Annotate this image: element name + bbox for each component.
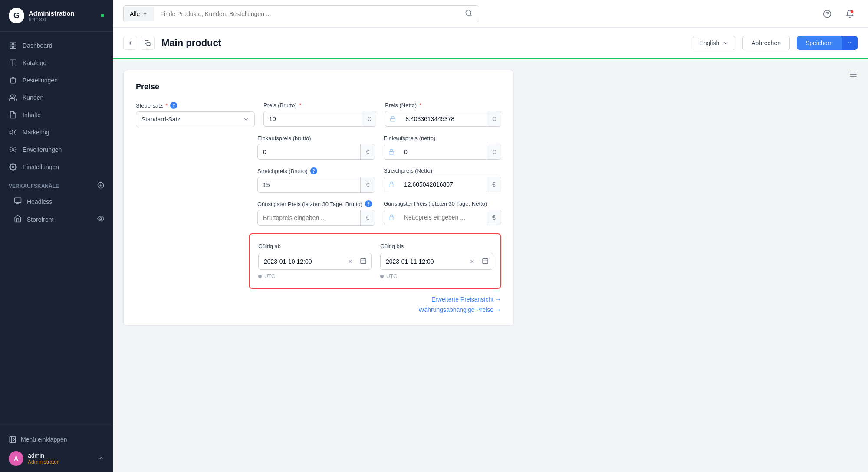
sidebar-item-marketing[interactable]: Marketing xyxy=(0,124,113,141)
catalog-icon xyxy=(9,59,17,67)
einkauf-brutto-label: Einkaufspreis (brutto) xyxy=(257,135,375,141)
sidebar-item-einstellungen[interactable]: Einstellungen xyxy=(0,158,113,176)
guenstig-netto-input[interactable] xyxy=(399,210,487,225)
gueltig-ab-label: Gültig ab xyxy=(258,243,372,249)
einkauf-netto-input[interactable] xyxy=(399,144,487,159)
save-button[interactable]: Speichern xyxy=(797,36,842,50)
date-row: Gültig ab ✕ UTC xyxy=(258,243,492,279)
waehrungsabhaengige-preise-link[interactable]: Währungsabhängige Preise → xyxy=(418,306,501,313)
svg-point-9 xyxy=(12,149,14,151)
sidebar-item-label: Erweiterungen xyxy=(23,146,62,153)
sidebar-item-label: Kataloge xyxy=(23,59,46,66)
preis-netto-input[interactable] xyxy=(400,111,487,126)
preis-netto-group: Preis (Netto) * € xyxy=(385,102,501,127)
sidebar: G Administration 6.4.18.0 Dashboard Kata… xyxy=(0,0,113,472)
steuersatz-group: Steuersatz * ? Standard-Satz xyxy=(136,102,255,127)
steuersatz-select[interactable]: Standard-Satz xyxy=(136,111,255,127)
sidebar-item-dashboard[interactable]: Dashboard xyxy=(0,37,113,54)
gueltig-bis-group: Gültig bis ✕ UTC xyxy=(380,243,493,279)
user-row[interactable]: A admin Administrator xyxy=(9,447,104,466)
streich-brutto-input[interactable] xyxy=(258,177,360,192)
user-info: admin Administrator xyxy=(28,452,59,465)
gueltig-ab-calendar-button[interactable] xyxy=(355,253,371,269)
guenstig-info-icon[interactable]: ? xyxy=(365,200,372,207)
preis-fields: Preis (Brutto) * € Preis (Netto) xyxy=(263,102,501,127)
app-logo: G xyxy=(9,8,24,23)
sidebar-item-kunden[interactable]: Kunden xyxy=(0,89,113,106)
visibility-icon[interactable] xyxy=(97,215,104,223)
gueltig-ab-input[interactable] xyxy=(259,254,345,269)
guenstig-netto-suffix: € xyxy=(487,210,501,225)
svg-rect-0 xyxy=(10,43,12,45)
collapse-menu-button[interactable]: Menü einklappen xyxy=(9,432,104,447)
save-button-group: Speichern xyxy=(797,36,858,50)
required-marker: * xyxy=(419,102,421,108)
search-input[interactable] xyxy=(154,7,459,21)
guenstig-netto-label: Günstigster Preis (letzten 30 Tage, Nett… xyxy=(384,200,501,207)
utc-dot xyxy=(380,275,384,278)
gueltig-bis-clear-button[interactable]: ✕ xyxy=(467,254,477,269)
date-highlight-box: Gültig ab ✕ UTC xyxy=(249,233,501,289)
topbar: Alle xyxy=(113,0,868,28)
user-chevron-icon xyxy=(98,455,104,462)
sidebar-item-storefront[interactable]: Storefront xyxy=(0,210,113,228)
sidebar-item-headless[interactable]: Headless xyxy=(0,193,113,210)
content-body: Preise Steuersatz * ? Standard-Satz xyxy=(113,59,868,336)
status-indicator xyxy=(101,14,104,17)
preis-brutto-input[interactable] xyxy=(264,111,362,126)
streich-info-icon[interactable]: ? xyxy=(310,167,317,174)
svg-point-24 xyxy=(851,10,854,13)
sidebar-nav: Dashboard Kataloge Bestellungen Kunden I… xyxy=(0,32,113,426)
sidebar-item-label: Dashboard xyxy=(23,42,53,49)
sidebar-item-bestellungen[interactable]: Bestellungen xyxy=(0,72,113,89)
einkauf-brutto-input[interactable] xyxy=(258,144,360,159)
sidebar-item-kataloge[interactable]: Kataloge xyxy=(0,54,113,72)
gueltig-bis-input[interactable] xyxy=(381,254,467,269)
card-title: Preise xyxy=(136,82,501,92)
dashboard-icon xyxy=(9,41,17,50)
cancel-button[interactable]: Abbrechen xyxy=(742,36,790,50)
sidebar-item-inhalte[interactable]: Inhalte xyxy=(0,106,113,124)
date-range-section: Gültig ab ✕ UTC xyxy=(136,233,501,289)
preise-card: Preise Steuersatz * ? Standard-Satz xyxy=(123,70,514,326)
preis-netto-input-wrapper: € xyxy=(385,111,501,127)
streich-netto-suffix: € xyxy=(487,177,501,192)
gueltig-bis-calendar-button[interactable] xyxy=(477,253,493,269)
sidebar-item-erweiterungen[interactable]: Erweiterungen xyxy=(0,141,113,158)
topbar-right xyxy=(819,6,858,22)
guenstig-fields: Günstigster Preis (letzten 30 Tage, Brut… xyxy=(249,200,501,226)
notifications-button[interactable] xyxy=(842,6,858,22)
preis-netto-suffix: € xyxy=(487,111,501,126)
back-button[interactable] xyxy=(123,36,137,50)
language-value: English xyxy=(699,39,719,46)
gueltig-bis-input-wrapper: ✕ xyxy=(380,253,493,270)
guenstig-brutto-input[interactable] xyxy=(258,210,360,225)
add-sales-channel-button[interactable] xyxy=(97,182,104,190)
search-type-dropdown[interactable]: Alle xyxy=(124,7,154,21)
save-dropdown-button[interactable] xyxy=(842,36,858,50)
guenstig-netto-wrapper: € xyxy=(384,210,501,225)
copy-button[interactable] xyxy=(141,36,155,50)
section-menu-icon[interactable] xyxy=(849,70,858,80)
steuersatz-info-icon[interactable]: ? xyxy=(170,102,177,109)
gueltig-ab-clear-button[interactable]: ✕ xyxy=(345,254,355,269)
app-name: Administration xyxy=(29,10,75,17)
sidebar-item-label: Einstellungen xyxy=(23,164,59,170)
streich-netto-wrapper: € xyxy=(384,177,501,192)
sales-channels-section: Verkaufskanäle xyxy=(0,176,113,193)
gueltig-ab-utc: UTC xyxy=(258,273,372,279)
guenstig-placeholder xyxy=(136,200,240,226)
sidebar-footer: Menü einklappen A admin Administrator xyxy=(0,426,113,472)
erweiterte-preisansicht-link[interactable]: Erweiterte Preisansicht → xyxy=(431,296,501,303)
search-submit-button[interactable] xyxy=(459,6,479,22)
lock-icon xyxy=(384,210,399,224)
einkauf-fields: Einkaufspreis (brutto) € Einkaufspreis (… xyxy=(249,135,501,160)
required-marker: * xyxy=(299,102,302,108)
streich-placeholder xyxy=(136,167,240,193)
streich-netto-input[interactable] xyxy=(399,177,487,192)
language-selector[interactable]: English xyxy=(693,36,735,50)
svg-rect-25 xyxy=(147,42,150,46)
collapse-label: Menü einklappen xyxy=(21,436,67,443)
app-info: Administration 6.4.18.0 xyxy=(29,10,75,22)
help-button[interactable] xyxy=(819,6,835,22)
